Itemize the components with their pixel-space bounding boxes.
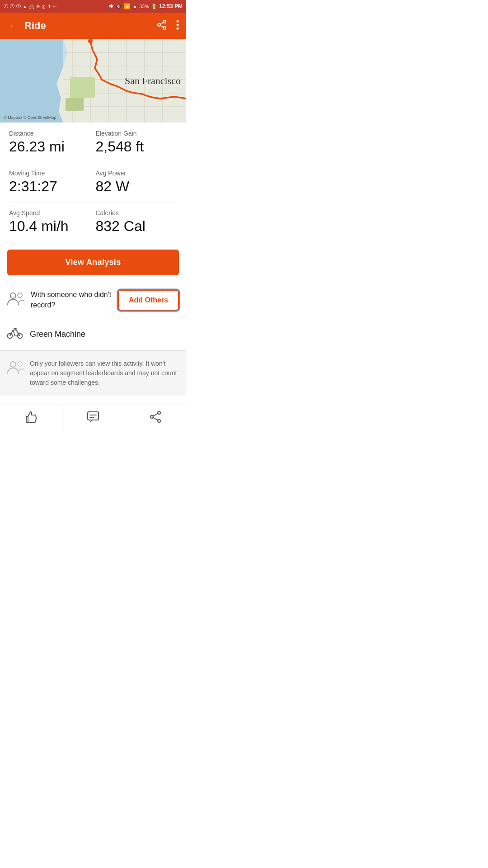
bag-icon: 👜 <box>29 4 34 9</box>
add-others-section: With someone who didn't record? Add Othe… <box>0 283 186 318</box>
thumbs-up-icon <box>24 410 38 426</box>
alert-icon: ▲ <box>23 4 27 9</box>
svg-rect-22 <box>70 77 95 98</box>
privacy-section: Only your followers can view this activi… <box>0 351 186 396</box>
share-activity-button[interactable] <box>124 405 186 432</box>
more-menu-icon[interactable] <box>176 19 179 33</box>
moving-time-block: Moving Time 2:31:27 <box>9 170 91 194</box>
header: ← Ride <box>0 13 186 39</box>
svg-line-37 <box>153 417 158 420</box>
bluetooth-icon: ✱ <box>109 3 113 9</box>
elevation-block: Elevation Gain 2,548 ft <box>91 130 178 155</box>
svg-point-7 <box>177 27 179 29</box>
svg-line-38 <box>153 413 158 416</box>
distance-value: 26.23 mi <box>9 139 65 155</box>
circle-icon: ◎ <box>42 4 46 9</box>
share-icon[interactable] <box>156 19 167 33</box>
map-credit: © Mapbox © OpenStreetMap <box>4 115 56 120</box>
svg-point-26 <box>18 293 22 297</box>
bike-name: Green Machine <box>30 330 85 339</box>
wifi-icon: 📶 <box>124 3 131 9</box>
battery-icon: 🔋 <box>151 4 157 9</box>
nav-icon: ⬆ <box>47 4 51 9</box>
avg-power-block: Avg Power 82 W <box>91 170 178 194</box>
battery-percent: 33% <box>139 4 149 9</box>
share-bottom-icon <box>149 410 162 426</box>
avg-speed-value: 10.4 mi/h <box>9 218 69 234</box>
stats-row-2: Moving Time 2:31:27 Avg Power 82 W <box>9 162 177 202</box>
stats-row-3: Avg Speed 10.4 mi/h Calories 832 Cal <box>9 202 177 242</box>
fb-icon-3: ⓕ <box>16 3 21 9</box>
svg-line-3 <box>160 25 164 27</box>
svg-point-25 <box>10 293 16 298</box>
calories-label: Calories <box>96 209 119 217</box>
svg-rect-9 <box>0 39 63 123</box>
comment-icon <box>87 411 99 426</box>
elevation-label: Elevation Gain <box>96 130 137 137</box>
svg-line-4 <box>160 22 164 24</box>
dots-icon: ··· <box>53 4 56 9</box>
moving-time-value: 2:31:27 <box>9 179 57 194</box>
svg-point-29 <box>10 362 16 367</box>
time: 12:53 PM <box>159 3 183 9</box>
bike-icon <box>7 326 23 342</box>
svg-point-5 <box>177 20 179 22</box>
add-others-prompt: With someone who didn't record? <box>31 290 118 310</box>
avg-speed-label: Avg Speed <box>9 209 40 217</box>
like-button[interactable] <box>0 405 62 432</box>
stats-row-1: Distance 26.23 mi Elevation Gain 2,548 f… <box>9 123 177 162</box>
avg-power-value: 82 W <box>96 179 130 194</box>
svg-point-6 <box>177 24 179 26</box>
back-button[interactable]: ← <box>7 18 21 33</box>
mute-icon: 🔇 <box>115 3 122 9</box>
status-left: ⓕ ⓕ ⓕ ▲ 👜 ⊕ ◎ ⬆ ··· <box>4 3 56 9</box>
map-container: San Francisco © Mapbox © OpenStreetMap <box>0 39 186 123</box>
elevation-value: 2,548 ft <box>96 139 144 155</box>
view-analysis-button[interactable]: View Analysis <box>7 250 179 275</box>
svg-point-24 <box>88 39 93 43</box>
privacy-group-icon <box>7 360 23 377</box>
distance-block: Distance 26.23 mi <box>9 130 91 155</box>
group-icon <box>7 291 24 309</box>
avg-power-label: Avg Power <box>96 170 126 177</box>
fb-icon-2: ⓕ <box>10 3 14 9</box>
fb-icon-1: ⓕ <box>4 3 8 9</box>
bike-section: Green Machine <box>0 318 186 351</box>
privacy-text: Only your followers can view this activi… <box>30 359 179 387</box>
svg-rect-31 <box>88 412 99 420</box>
header-left: ← Ride <box>7 18 46 33</box>
status-bar: ⓕ ⓕ ⓕ ▲ 👜 ⊕ ◎ ⬆ ··· ✱ 🔇 📶 ▲ 33% 🔋 12:53 … <box>0 0 186 13</box>
bottom-bar <box>0 405 186 432</box>
shield-icon: ⊕ <box>36 4 40 9</box>
svg-point-30 <box>18 362 22 366</box>
page-title: Ride <box>24 20 46 32</box>
city-label: San Francisco <box>125 75 181 87</box>
add-others-button[interactable]: Add Others <box>118 290 179 311</box>
calories-block: Calories 832 Cal <box>91 209 178 234</box>
calories-value: 832 Cal <box>96 218 145 234</box>
distance-label: Distance <box>9 130 33 137</box>
header-right <box>156 19 179 33</box>
stats-section: Distance 26.23 mi Elevation Gain 2,548 f… <box>0 123 186 242</box>
avg-speed-block: Avg Speed 10.4 mi/h <box>9 209 91 234</box>
moving-time-label: Moving Time <box>9 170 45 177</box>
status-right: ✱ 🔇 📶 ▲ 33% 🔋 12:53 PM <box>109 3 183 9</box>
signal-icon: ▲ <box>132 4 137 9</box>
svg-rect-23 <box>66 98 84 111</box>
comment-button[interactable] <box>62 405 125 432</box>
